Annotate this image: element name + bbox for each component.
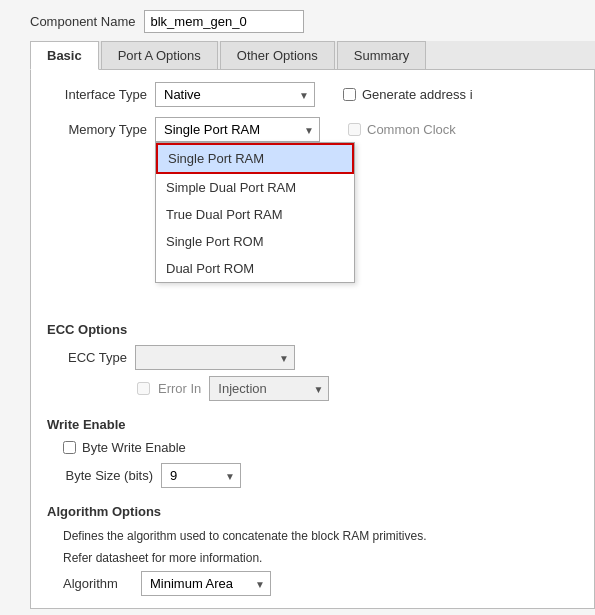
byte-write-enable-label: Byte Write Enable	[82, 440, 186, 455]
component-name-label: Component Name	[30, 14, 136, 29]
component-name-row: Component Name	[30, 10, 595, 33]
write-enable-title: Write Enable	[47, 417, 578, 432]
ecc-type-label: ECC Type	[47, 350, 127, 365]
interface-type-select-wrapper: Native AXI4 ▼	[155, 82, 315, 107]
write-enable-section: Write Enable Byte Write Enable Byte Size…	[47, 417, 578, 488]
memory-type-label: Memory Type	[47, 117, 147, 137]
algorithm-select-wrapper: Minimum Area Low Power Fixed Primitives …	[141, 571, 271, 596]
algorithm-section: Algorithm Options Defines the algorithm …	[47, 504, 578, 596]
byte-size-row: Byte Size (bits) 9 8 ▼	[63, 463, 578, 488]
dropdown-item-true-dual-port-ram[interactable]: True Dual Port RAM	[156, 201, 354, 228]
error-injection-checkbox[interactable]	[137, 382, 150, 395]
common-clock-checkbox[interactable]	[348, 123, 361, 136]
algorithm-row: Algorithm Minimum Area Low Power Fixed P…	[63, 571, 578, 596]
algorithm-section-title: Algorithm Options	[47, 504, 578, 519]
ecc-section: ECC Options ECC Type ▼ Error In Injectio…	[47, 322, 578, 401]
dropdown-item-single-port-ram[interactable]: Single Port RAM	[156, 143, 354, 174]
tab-basic[interactable]: Basic	[30, 41, 99, 70]
tab-summary[interactable]: Summary	[337, 41, 427, 69]
common-clock-label: Common Clock	[367, 122, 456, 137]
byte-size-select-wrapper: 9 8 ▼	[161, 463, 241, 488]
generate-address-row: Generate address i	[343, 87, 473, 102]
tab-other-options[interactable]: Other Options	[220, 41, 335, 69]
memory-type-row: Memory Type Single Port RAM Simple Dual …	[47, 117, 578, 142]
ecc-type-select[interactable]	[135, 345, 295, 370]
generate-address-checkbox[interactable]	[343, 88, 356, 101]
byte-write-enable-checkbox[interactable]	[63, 441, 76, 454]
memory-type-select[interactable]: Single Port RAM Simple Dual Port RAM Tru…	[155, 117, 320, 142]
error-injection-row: Error In Injection ▼	[137, 376, 578, 401]
interface-type-row: Interface Type Native AXI4 ▼ Generate ad…	[47, 82, 578, 107]
main-container: Component Name Basic Port A Options Othe…	[0, 0, 595, 615]
memory-type-dropdown-container: Single Port RAM Simple Dual Port RAM Tru…	[155, 117, 320, 142]
component-name-input[interactable]	[144, 10, 304, 33]
dropdown-item-simple-dual-port-ram[interactable]: Simple Dual Port RAM	[156, 174, 354, 201]
dropdown-item-dual-port-rom[interactable]: Dual Port ROM	[156, 255, 354, 282]
algorithm-select[interactable]: Minimum Area Low Power Fixed Primitives	[141, 571, 271, 596]
ecc-type-row: ECC Type ▼	[47, 345, 578, 370]
ecc-type-select-wrapper: ▼	[135, 345, 295, 370]
memory-type-dropdown-menu: Single Port RAM Simple Dual Port RAM Tru…	[155, 142, 355, 283]
ecc-section-title: ECC Options	[47, 322, 578, 337]
tab-port-a-options[interactable]: Port A Options	[101, 41, 218, 69]
injection-select-wrapper: Injection ▼	[209, 376, 329, 401]
tabs-container: Basic Port A Options Other Options Summa…	[30, 41, 595, 70]
injection-select[interactable]: Injection	[209, 376, 329, 401]
memory-type-select-wrapper: Single Port RAM Simple Dual Port RAM Tru…	[155, 117, 320, 142]
byte-write-row: Byte Write Enable	[63, 440, 578, 455]
interface-type-label: Interface Type	[47, 87, 147, 102]
dropdown-item-single-port-rom[interactable]: Single Port ROM	[156, 228, 354, 255]
interface-type-select[interactable]: Native AXI4	[155, 82, 315, 107]
algorithm-description-line2: Refer datasheet for more information.	[63, 549, 578, 567]
byte-size-label: Byte Size (bits)	[63, 468, 153, 483]
common-clock-row: Common Clock	[348, 117, 456, 137]
content-area: Interface Type Native AXI4 ▼ Generate ad…	[30, 70, 595, 609]
algorithm-label: Algorithm	[63, 576, 133, 591]
algorithm-description-line1: Defines the algorithm used to concatenat…	[63, 527, 578, 545]
error-label: Error In	[158, 381, 201, 396]
generate-address-label: Generate address i	[362, 87, 473, 102]
byte-size-select[interactable]: 9 8	[161, 463, 241, 488]
